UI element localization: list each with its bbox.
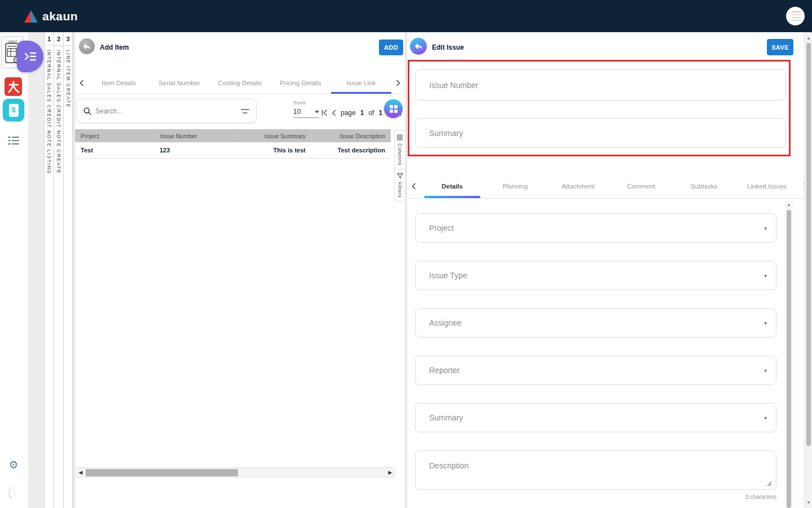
tab-planning[interactable]: Planning — [484, 174, 547, 198]
tab-label: Subtasks — [691, 183, 717, 190]
issue-number-field[interactable]: Issue Number — [415, 69, 786, 100]
page-scrollbar[interactable]: ▲ ▼ — [804, 32, 812, 508]
scroll-up-arrow-icon[interactable]: ▲ — [785, 201, 793, 208]
col-header-issue-number: Issue Number — [154, 129, 234, 142]
total-pages: 1 — [378, 109, 382, 117]
scroll-right-arrow-icon[interactable]: ▶ — [386, 470, 394, 475]
rail-gap — [28, 32, 44, 508]
tab-issue-link[interactable]: Issue Link — [331, 72, 391, 94]
col-header-issue-summary: Issue Summary — [234, 129, 311, 142]
summary-field[interactable]: Summary — [415, 118, 786, 148]
search-box[interactable] — [76, 99, 257, 123]
tabs-scroll-left-icon[interactable] — [407, 174, 421, 198]
form-scrollbar-thumb[interactable] — [787, 210, 791, 508]
back-button[interactable] — [79, 38, 95, 54]
credit-icon-label: CREDIT — [8, 40, 17, 43]
app-window: akaun CREDIT — [0, 0, 812, 508]
tab-label: Issue Link — [346, 80, 376, 86]
workflow-tab-credit-note-listing[interactable]: 1 INTERNAL SALES CREDIT NOTE LISTING — [44, 32, 54, 508]
faded-logo-icon[interactable] — [6, 485, 18, 500]
tab-subtasks[interactable]: Subtasks — [673, 174, 736, 198]
panel-title: Add Item — [100, 43, 129, 51]
akaun-logo[interactable]: akaun — [24, 10, 78, 23]
settings-gear-icon[interactable]: ⚙ — [7, 458, 20, 471]
search-icon — [83, 107, 91, 115]
tab-linked-issues[interactable]: Linked Issues — [735, 174, 798, 198]
filter-funnel-icon — [397, 173, 403, 179]
drag-indicator-icon — [397, 134, 403, 141]
edit-issue-tabbar: Details Planning Attachment Comment Subt… — [407, 174, 812, 199]
workflow-tab-line-item-create[interactable]: 3 LINE ITEM CREATE — [63, 32, 73, 508]
prev-page-icon[interactable] — [332, 110, 336, 116]
table-horizontal-scrollbar[interactable]: ◀ ▶ — [76, 467, 395, 478]
table-header-row: Project Issue Number Issue Summary Issue… — [75, 129, 391, 142]
project-select[interactable]: Project ▾ — [415, 213, 776, 243]
of-label: of — [368, 109, 374, 117]
horizontal-scrollbar-thumb[interactable] — [86, 469, 238, 476]
description-textarea[interactable]: Description — [415, 450, 776, 490]
search-input[interactable] — [95, 107, 237, 115]
reporter-select[interactable]: Reporter ▾ — [415, 356, 776, 385]
tab-pricing-details[interactable]: Pricing Details — [270, 72, 330, 94]
workflow-tab-label: LINE ITEM CREATE — [65, 50, 71, 108]
brush-character-icon — [7, 80, 20, 94]
tab-details[interactable]: Details — [421, 174, 484, 198]
summary-select[interactable]: Summary ▾ — [415, 403, 776, 432]
user-avatar[interactable] — [786, 7, 805, 25]
back-button[interactable] — [410, 38, 427, 55]
assignee-select[interactable]: Assignee ▾ — [415, 308, 776, 338]
tab-attachment[interactable]: Attachment — [546, 174, 610, 198]
col-header-issue-description: Issue Description — [311, 129, 391, 142]
chevron-down-icon: ▾ — [764, 320, 767, 326]
cell-project: Test — [75, 142, 154, 158]
table-side-tools: Columns Filters — [394, 130, 405, 202]
edit-issue-panel: Edit Issue SAVE Issue Number Summary Det… — [407, 32, 812, 508]
add-item-tabbar: Item Details Serial Number Costing Detai… — [75, 72, 405, 94]
akaun-triangle-icon — [24, 10, 38, 23]
listing-menu-button[interactable] — [7, 135, 20, 146]
chevron-down-icon: ▾ — [764, 273, 767, 279]
col-header-project: Project — [75, 129, 154, 142]
summary-field-label: Summary — [429, 413, 463, 422]
filters-tab[interactable]: Filters — [394, 169, 405, 202]
add-button[interactable]: ADD — [379, 40, 403, 55]
search-toolbar: Rows 10 page 1 of 1 — [75, 99, 405, 125]
save-button[interactable]: SAVE — [767, 39, 793, 55]
form-scrollbar[interactable]: ▲ — [785, 201, 793, 508]
top-navbar: akaun — [0, 0, 812, 32]
red-app-shortcut-button[interactable] — [5, 77, 22, 96]
issue-type-label: Issue Type — [429, 271, 467, 280]
chevron-down-icon: ▾ — [764, 225, 767, 231]
first-page-icon[interactable] — [321, 110, 328, 116]
assignee-label: Assignee — [429, 318, 462, 327]
scroll-down-arrow-icon[interactable]: ▼ — [805, 499, 812, 506]
tab-item-details[interactable]: Item Details — [89, 72, 149, 94]
scroll-left-arrow-icon[interactable]: ◀ — [77, 470, 85, 475]
scroll-up-arrow-icon[interactable]: ▲ — [805, 34, 812, 41]
tabs-scroll-right-icon[interactable] — [391, 72, 405, 94]
filters-tab-label: Filters — [397, 182, 403, 198]
workflow-tab-number: 2 — [54, 32, 63, 46]
dollar-bill-icon: $ — [9, 104, 19, 117]
tab-label: Serial Number — [158, 80, 200, 86]
tab-serial-number[interactable]: Serial Number — [149, 72, 209, 94]
columns-tab[interactable]: Columns — [394, 130, 405, 169]
filter-list-icon[interactable] — [241, 108, 249, 114]
grid-icon — [390, 105, 398, 113]
tab-label: Linked Issues — [747, 183, 787, 190]
tabs-scroll-left-icon[interactable] — [75, 72, 89, 94]
issue-type-select[interactable]: Issue Type ▾ — [415, 261, 776, 290]
tab-label: Item Details — [102, 80, 136, 86]
workflow-tab-credit-note-create[interactable]: 2 INTERNAL SALES CREDIT NOTE CREATE — [54, 32, 63, 508]
resize-handle-icon[interactable] — [766, 481, 771, 486]
tab-costing-details[interactable]: Costing Details — [210, 72, 270, 94]
rows-per-page-select[interactable]: Rows 10 — [293, 100, 319, 118]
page-scrollbar-thumb[interactable] — [806, 43, 811, 446]
tab-comment[interactable]: Comment — [610, 174, 673, 198]
billing-module-button[interactable]: $ — [3, 99, 24, 121]
grid-view-button[interactable] — [384, 99, 403, 118]
workflow-tab-label: INTERNAL SALES CREDIT NOTE LISTING — [46, 50, 52, 174]
cell-issue-summary: This is test — [234, 142, 311, 158]
logo-text: akaun — [42, 10, 78, 23]
table-row[interactable]: Test 123 This is test Test description — [75, 142, 391, 159]
